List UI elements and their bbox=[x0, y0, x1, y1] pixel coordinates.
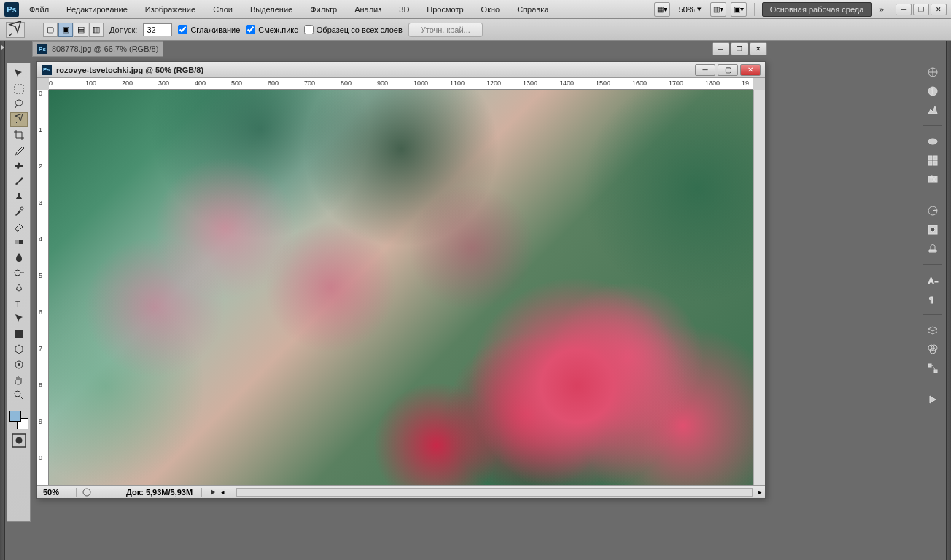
vertical-ruler[interactable]: 01234567890 bbox=[37, 90, 49, 485]
ps-file-icon: Ps bbox=[42, 65, 52, 75]
gradient-tool[interactable] bbox=[10, 235, 28, 249]
current-tool-icon[interactable] bbox=[6, 22, 25, 38]
menu-3d[interactable]: 3D bbox=[392, 2, 416, 17]
move-tool[interactable] bbox=[10, 66, 28, 81]
channels-panel-icon[interactable] bbox=[923, 341, 942, 357]
document-titlebar[interactable]: Ps rozovye-tsvetochki.jpg @ 50% (RGB/8) … bbox=[37, 62, 765, 78]
zoom-level-combo[interactable]: 50% ▾ bbox=[675, 4, 706, 14]
shape-tool[interactable] bbox=[10, 327, 28, 341]
svg-point-28 bbox=[931, 228, 935, 232]
masks-panel-icon[interactable] bbox=[923, 222, 942, 238]
status-nav-icon[interactable] bbox=[82, 488, 91, 497]
refine-edge-button[interactable]: Уточн. край... bbox=[408, 23, 483, 37]
document-title: rozovye-tsvetochki.jpg @ 50% (RGB/8) bbox=[56, 66, 203, 74]
arrange-docs-icon[interactable]: ▥▾ bbox=[710, 2, 726, 17]
foreground-color[interactable] bbox=[9, 411, 21, 422]
all-layers-checkbox[interactable]: Образец со всех слоев bbox=[304, 25, 403, 34]
workspace-switcher[interactable]: Основная рабочая среда bbox=[762, 2, 872, 17]
horizontal-scrollbar[interactable] bbox=[236, 488, 753, 497]
healing-brush-tool[interactable] bbox=[10, 158, 28, 173]
tolerance-input[interactable] bbox=[143, 23, 172, 36]
selection-add-button[interactable]: ▣ bbox=[58, 23, 73, 37]
zoom-tool[interactable] bbox=[10, 388, 28, 402]
selection-new-button[interactable]: ▢ bbox=[43, 23, 58, 37]
menu-file[interactable]: Файл bbox=[22, 2, 56, 17]
lasso-tool[interactable] bbox=[10, 97, 28, 112]
doc-minimize-button[interactable]: ─ bbox=[695, 64, 715, 76]
screen-mode-icon[interactable]: ▣▾ bbox=[731, 2, 747, 17]
swatches-panel-icon[interactable] bbox=[923, 152, 942, 168]
character-panel-icon[interactable]: A bbox=[923, 272, 942, 288]
quick-mask-toggle[interactable] bbox=[10, 433, 28, 448]
brushes-panel-icon[interactable] bbox=[923, 241, 942, 257]
contiguous-checkbox[interactable]: Смеж.пикс bbox=[246, 25, 298, 34]
menu-window[interactable]: Окно bbox=[474, 2, 508, 17]
menu-layers[interactable]: Слои bbox=[206, 2, 240, 17]
vertical-scrollbar[interactable] bbox=[753, 90, 765, 485]
menu-image[interactable]: Изображение bbox=[138, 2, 203, 17]
eraser-tool[interactable] bbox=[10, 219, 28, 234]
launch-bridge-icon[interactable]: ▦▾ bbox=[654, 2, 670, 17]
doc-close-button[interactable]: ✕ bbox=[740, 64, 761, 76]
menu-filter[interactable]: Фильтр bbox=[303, 2, 344, 17]
path-selection-tool[interactable] bbox=[10, 311, 28, 326]
dodge-tool[interactable] bbox=[10, 265, 28, 280]
brush-tool[interactable] bbox=[10, 174, 28, 188]
blur-tool[interactable] bbox=[10, 250, 28, 265]
antialias-checkbox[interactable]: Сглаживание bbox=[178, 25, 240, 34]
color-swatches[interactable] bbox=[9, 411, 28, 429]
svg-rect-21 bbox=[933, 156, 937, 160]
eyedropper-tool[interactable] bbox=[10, 143, 28, 158]
status-zoom[interactable]: 50% bbox=[40, 488, 77, 497]
left-dock-edge[interactable] bbox=[0, 41, 5, 560]
svg-point-7 bbox=[15, 270, 20, 276]
window-close-button[interactable]: ✕ bbox=[931, 4, 947, 15]
marquee-tool[interactable] bbox=[10, 82, 28, 96]
histogram-panel-icon[interactable] bbox=[923, 102, 942, 118]
styles-panel-icon[interactable]: fx bbox=[923, 171, 942, 187]
menu-help[interactable]: Справка bbox=[510, 2, 556, 17]
pen-tool[interactable] bbox=[10, 281, 28, 295]
right-dock-edge[interactable] bbox=[946, 41, 951, 560]
image-content bbox=[49, 90, 753, 485]
actions-panel-icon[interactable] bbox=[923, 392, 942, 408]
status-doc-size[interactable]: Док: 5,93M/5,93M bbox=[97, 488, 202, 497]
hand-tool[interactable] bbox=[10, 373, 28, 387]
type-tool[interactable]: T bbox=[10, 296, 28, 311]
adjustments-panel-icon[interactable] bbox=[923, 203, 942, 219]
3d-tool[interactable] bbox=[10, 342, 28, 357]
crop-tool[interactable] bbox=[10, 128, 28, 142]
window-restore-button[interactable]: ❐ bbox=[913, 4, 929, 15]
canvas[interactable] bbox=[49, 90, 753, 485]
color-panel-icon[interactable] bbox=[923, 133, 942, 149]
menu-view[interactable]: Просмотр bbox=[419, 2, 470, 17]
history-brush-tool[interactable] bbox=[10, 204, 28, 219]
selection-subtract-button[interactable]: ▤ bbox=[74, 23, 88, 37]
paths-panel-icon[interactable] bbox=[923, 360, 942, 376]
info-panel-icon[interactable]: i bbox=[923, 83, 942, 99]
separator bbox=[562, 3, 562, 16]
menu-edit[interactable]: Редактирование bbox=[59, 2, 135, 17]
bgdoc-close-button[interactable]: ✕ bbox=[750, 42, 767, 55]
ps-file-icon: Ps bbox=[37, 44, 47, 54]
horizontal-ruler[interactable]: 0100200300400500600700800900100011001200… bbox=[49, 78, 753, 90]
menu-select[interactable]: Выделение bbox=[243, 2, 300, 17]
background-document-tab[interactable]: Ps 808778.jpg @ 66,7% (RGB/8) bbox=[32, 41, 163, 57]
navigator-panel-icon[interactable] bbox=[923, 64, 942, 80]
clone-stamp-tool[interactable] bbox=[10, 189, 28, 203]
window-minimize-button[interactable]: ─ bbox=[896, 4, 912, 15]
app-logo: Ps bbox=[4, 2, 19, 17]
svg-text:A: A bbox=[928, 276, 934, 285]
3d-camera-tool[interactable] bbox=[10, 357, 28, 372]
layers-panel-icon[interactable] bbox=[923, 322, 942, 338]
doc-maximize-button[interactable]: ▢ bbox=[718, 64, 738, 76]
bgdoc-minimize-button[interactable]: ─ bbox=[712, 42, 729, 55]
magic-wand-tool[interactable] bbox=[10, 112, 28, 127]
more-workspaces-icon[interactable]: » bbox=[876, 4, 887, 15]
paragraph-panel-icon[interactable]: ¶ bbox=[923, 291, 942, 307]
status-menu-arrow-icon[interactable] bbox=[211, 489, 215, 495]
bgdoc-restore-button[interactable]: ❐ bbox=[731, 42, 748, 55]
selection-intersect-button[interactable]: ▥ bbox=[89, 23, 104, 37]
menu-analysis[interactable]: Анализ bbox=[347, 2, 389, 17]
canvas-area: Ps 808778.jpg @ 66,7% (RGB/8) ─ ❐ ✕ Ps r… bbox=[31, 41, 920, 560]
